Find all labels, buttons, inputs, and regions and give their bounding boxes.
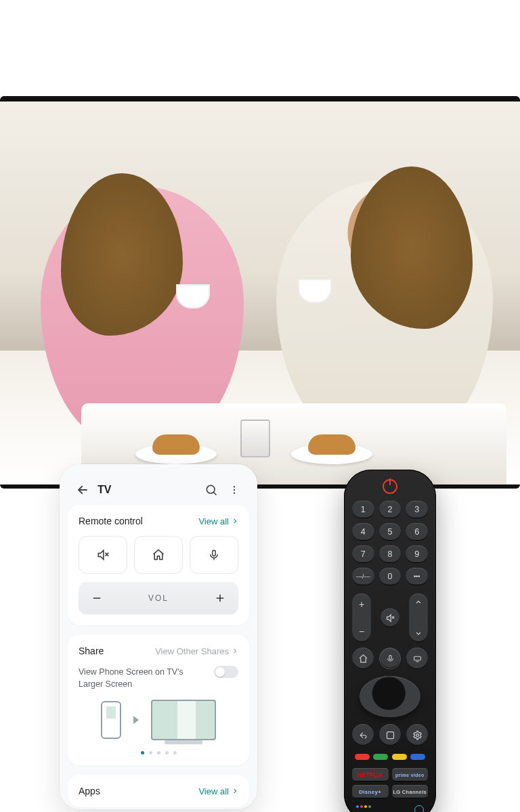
mute-button[interactable] [79, 536, 127, 574]
svg-marker-6 [98, 550, 104, 559]
channel-rocker[interactable] [409, 593, 428, 642]
volume-rocker[interactable]: +− [352, 593, 371, 642]
volume-down-button[interactable] [91, 592, 103, 604]
apps-viewall[interactable]: View all [198, 786, 238, 796]
num-9-button[interactable]: 9 [406, 545, 428, 563]
back-icon[interactable] [74, 482, 91, 498]
apps-title: Apps [79, 786, 100, 796]
phone-title: TV [98, 484, 111, 496]
remote-control-viewall[interactable]: View all [198, 516, 238, 526]
pager-dot[interactable] [157, 751, 160, 754]
tv-screen-content [0, 102, 520, 484]
back-button[interactable] [352, 724, 374, 746]
svg-point-1 [207, 485, 215, 493]
viewall-label: View all [198, 516, 229, 526]
num-7-button[interactable]: 7 [352, 545, 374, 563]
phone-header: TV [68, 472, 249, 505]
svg-point-5 [234, 492, 235, 493]
tv-frame [0, 96, 520, 489]
pager-dot[interactable] [141, 751, 144, 754]
input-button[interactable] [406, 648, 428, 669]
num-8-button[interactable]: 8 [379, 545, 402, 563]
share-illustration [79, 700, 238, 740]
num-1-button[interactable]: 1 [352, 501, 374, 518]
water-glass [240, 420, 270, 457]
netflix-button[interactable]: NETFLIX [352, 768, 389, 782]
svg-rect-19 [387, 731, 393, 738]
remote-control-card: Remote control View all VOL [68, 505, 249, 625]
num-4-button[interactable]: 4 [352, 523, 374, 541]
volume-bar: VOL [79, 582, 238, 614]
svg-line-2 [214, 493, 217, 495]
home-button[interactable] [134, 536, 183, 574]
apps-card: Apps View all [68, 775, 249, 807]
share-title: Share [79, 646, 104, 656]
apps-viewall-label: View all [198, 786, 229, 796]
settings-button[interactable] [406, 724, 428, 746]
num-0-button[interactable]: 0 [379, 568, 402, 585]
svg-rect-17 [389, 655, 391, 659]
num-5-button[interactable]: 5 [379, 523, 402, 541]
phone-app-card: TV Remote control View all [60, 464, 257, 809]
svg-marker-14 [387, 614, 391, 621]
pager-dots [79, 751, 238, 754]
mute-button[interactable] [381, 608, 399, 627]
volume-label: VOL [148, 593, 169, 603]
dash-button[interactable]: —/— [352, 568, 374, 585]
green-button[interactable] [373, 754, 388, 760]
blue-button[interactable] [410, 754, 425, 760]
share-view-other[interactable]: View Other Shares [155, 646, 238, 656]
number-pad: 1 2 3 4 5 6 7 8 9 —/— 0 ••• [352, 501, 428, 585]
num-2-button[interactable]: 2 [379, 501, 402, 518]
arrow-icon [133, 716, 139, 724]
croissant [152, 434, 200, 455]
more-actions-button[interactable]: ••• [406, 568, 428, 585]
svg-point-3 [234, 486, 235, 487]
voice-button[interactable] [190, 536, 238, 574]
share-card: Share View Other Shares View Phone Scree… [68, 635, 249, 765]
more-icon[interactable] [226, 482, 242, 498]
mini-phone-icon [101, 701, 121, 739]
screen-share-toggle[interactable] [214, 666, 238, 678]
volume-up-button[interactable] [214, 592, 226, 604]
svg-rect-9 [213, 550, 216, 556]
view-other-label: View Other Shares [155, 646, 229, 656]
home-button[interactable] [352, 648, 374, 669]
google-assistant-icon[interactable] [356, 805, 371, 812]
svg-point-4 [234, 489, 235, 491]
prime-video-button[interactable]: prime video [392, 768, 429, 782]
pager-dot[interactable] [173, 751, 177, 754]
disney-plus-button[interactable]: Disney+ [352, 785, 389, 798]
pager-dot[interactable] [165, 751, 169, 754]
num-6-button[interactable]: 6 [406, 523, 428, 541]
lg-channels-button[interactable]: LG Channels [392, 785, 429, 798]
svg-rect-18 [414, 656, 420, 660]
search-icon[interactable] [203, 482, 219, 498]
croissant [308, 434, 355, 455]
red-button[interactable] [355, 754, 370, 760]
yellow-button[interactable] [392, 754, 407, 760]
remote-control-title: Remote control [79, 516, 143, 526]
smart-button[interactable] [379, 724, 401, 746]
svg-point-20 [416, 734, 418, 736]
nav-wheel[interactable] [360, 676, 420, 717]
share-description: View Phone Screen on TV's Larger Screen [79, 666, 194, 690]
num-3-button[interactable]: 3 [406, 501, 428, 518]
color-buttons [352, 754, 428, 760]
alexa-icon[interactable] [414, 805, 424, 812]
mic-button[interactable] [379, 648, 401, 669]
mini-tv-icon [151, 700, 216, 740]
physical-remote: 1 2 3 4 5 6 7 8 9 —/— 0 ••• +− [344, 470, 436, 812]
power-icon[interactable] [383, 479, 397, 494]
pager-dot[interactable] [149, 751, 152, 754]
